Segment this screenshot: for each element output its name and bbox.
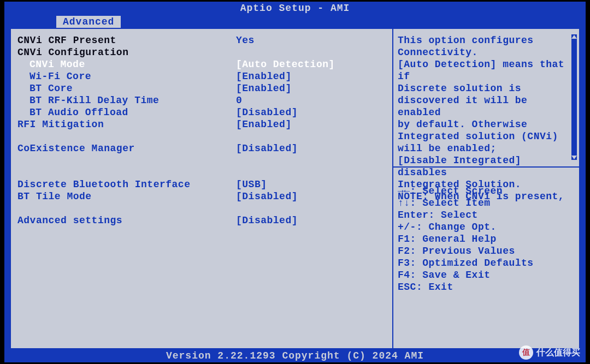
main-area: CNVi CRF Present Yes CNVi Configuration … [11, 28, 579, 349]
help-line: Discrete solution is [398, 82, 567, 94]
value: [Disabled] [236, 142, 386, 154]
label: CNVi Configuration [17, 46, 236, 58]
help-line: This option configures [398, 34, 567, 46]
value: [Disabled] [236, 190, 386, 202]
row-bt-tile[interactable]: BT Tile Mode [Disabled] [17, 190, 386, 202]
help-line: will be enabled; [398, 142, 567, 154]
blank-row [17, 166, 386, 178]
right-panel: This option configures Connectivity. [Au… [393, 29, 579, 348]
help-line: [Auto Detection] means that if [398, 58, 567, 82]
help-scrollbar[interactable] [571, 34, 577, 160]
key-hint: F4: Save & Exit [398, 269, 575, 281]
value: [Enabled] [236, 82, 386, 94]
blank-row [17, 154, 386, 166]
bios-screen: Aptio Setup - AMI Advanced CNVi CRF Pres… [4, 2, 586, 362]
value: [USB] [236, 178, 386, 190]
row-adv-settings[interactable]: Advanced settings [Disabled] [17, 214, 386, 226]
key-hint: ESC: Exit [398, 281, 575, 293]
row-bt-audio[interactable]: BT Audio Offload [Disabled] [17, 106, 386, 118]
row-rfi[interactable]: RFI Mitigation [Enabled] [17, 118, 386, 130]
key-hint: +/-: Change Opt. [398, 221, 575, 233]
watermark-badge-icon: 值 [519, 345, 533, 360]
help-line: discovered it will be enabled [398, 94, 567, 118]
label: Discrete Bluetooth Interface [17, 178, 236, 190]
value: [Disabled] [236, 106, 386, 118]
title-bar: Aptio Setup - AMI [4, 2, 586, 15]
tab-advanced[interactable]: Advanced [56, 16, 121, 28]
value: 0 [236, 94, 386, 106]
label: Wi-Fi Core [17, 70, 236, 82]
key-hint: F2: Previous Values [398, 245, 575, 257]
row-bt-rfkill[interactable]: BT RF-Kill Delay Time 0 [17, 94, 386, 106]
keys-panel: →←: Select Screen ↑↓: Select Item Enter:… [393, 168, 579, 348]
key-hint: →←: Select Screen [398, 185, 575, 197]
label: CNVi Mode [17, 58, 236, 70]
settings-panel: CNVi CRF Present Yes CNVi Configuration … [11, 29, 393, 348]
row-wifi-core[interactable]: Wi-Fi Core [Enabled] [17, 70, 386, 82]
label: BT RF-Kill Delay Time [17, 94, 236, 106]
value: [Enabled] [236, 118, 386, 130]
row-cnvi-mode[interactable]: CNVi Mode [Auto Detection] [17, 58, 386, 70]
value: [Auto Detection] [236, 58, 386, 70]
value [236, 46, 386, 58]
tab-row: Advanced [4, 15, 586, 28]
key-hint: F1: General Help [398, 233, 575, 245]
help-line: Integrated solution (CNVi) [398, 130, 567, 142]
label: BT Tile Mode [17, 190, 236, 202]
value: [Enabled] [236, 70, 386, 82]
key-hint: ↑↓: Select Item [398, 197, 575, 209]
value: [Disabled] [236, 214, 386, 226]
row-discrete-bt[interactable]: Discrete Bluetooth Interface [USB] [17, 178, 386, 190]
key-hint: Enter: Select [398, 209, 575, 221]
row-bt-core[interactable]: BT Core [Enabled] [17, 82, 386, 94]
arrow-down-icon [571, 156, 577, 159]
blank-row [17, 202, 386, 214]
label: CoExistence Manager [17, 142, 236, 154]
watermark: 值 什么值得买 [519, 345, 580, 360]
help-panel: This option configures Connectivity. [Au… [393, 29, 579, 166]
row-cnvi-config: CNVi Configuration [17, 46, 386, 58]
key-hint: F3: Optimized Defaults [398, 257, 575, 269]
label: Advanced settings [17, 214, 236, 226]
value: Yes [236, 34, 386, 46]
label: BT Audio Offload [17, 106, 236, 118]
row-coex[interactable]: CoExistence Manager [Disabled] [17, 142, 386, 154]
label: CNVi CRF Present [17, 34, 236, 46]
blank-row [17, 130, 386, 142]
help-line: Connectivity. [398, 46, 567, 58]
label: BT Core [17, 82, 236, 94]
help-line: by default. Otherwise [398, 118, 567, 130]
row-cnvi-crf-present: CNVi CRF Present Yes [17, 34, 386, 46]
arrow-up-icon [571, 35, 577, 39]
watermark-text: 什么值得买 [536, 347, 580, 359]
footer-bar: Version 2.22.1293 Copyright (C) 2024 AMI [4, 349, 586, 362]
label: RFI Mitigation [17, 118, 236, 130]
